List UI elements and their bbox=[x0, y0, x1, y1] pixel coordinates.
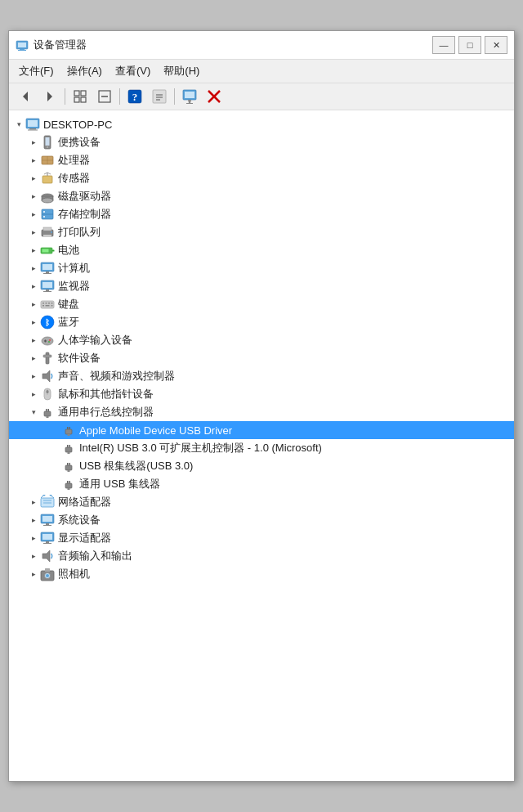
chevron-icon: ▾ bbox=[12, 120, 25, 128]
tree-item-system[interactable]: ▸系统设备 bbox=[9, 511, 514, 529]
menu-help[interactable]: 帮助(H) bbox=[157, 61, 206, 81]
tree-item-label: 传感器 bbox=[58, 171, 90, 186]
tree-item-label: 显示适配器 bbox=[58, 531, 111, 545]
device-icon bbox=[40, 153, 55, 168]
tree-item-display[interactable]: ▸显示适配器 bbox=[9, 529, 514, 547]
chevron-icon: ▸ bbox=[27, 210, 40, 218]
tree-item-root[interactable]: ▾DESKTOP-PC bbox=[9, 115, 514, 133]
svg-rect-44 bbox=[43, 227, 51, 231]
tree-item-label: 照相机 bbox=[58, 567, 90, 581]
info-button[interactable] bbox=[148, 86, 171, 107]
title-bar-left: 设备管理器 bbox=[16, 38, 87, 52]
svg-point-68 bbox=[42, 337, 53, 345]
svg-rect-91 bbox=[65, 465, 72, 470]
svg-point-41 bbox=[43, 211, 45, 213]
chevron-icon: ▾ bbox=[27, 408, 40, 416]
svg-point-118 bbox=[46, 574, 49, 577]
tree-item-storage[interactable]: ▸存储控制器 bbox=[9, 205, 514, 223]
svg-rect-6 bbox=[74, 91, 79, 96]
tree-item-hid[interactable]: ▸人体学输入设备 bbox=[9, 331, 514, 349]
tree-item-monitor[interactable]: ▸监视器 bbox=[9, 277, 514, 295]
menu-view[interactable]: 查看(V) bbox=[109, 61, 157, 81]
tree-item-bluetooth[interactable]: ▸ᛒ蓝牙 bbox=[9, 313, 514, 331]
tree-pane: ▾DESKTOP-PC▸便携设备▸处理器▸传感器▸磁盘驱动器▸存储控制器▸打印队… bbox=[9, 110, 514, 781]
menu-bar: 文件(F) 操作(A) 查看(V) 帮助(H) bbox=[9, 60, 514, 83]
svg-rect-8 bbox=[74, 97, 79, 102]
chevron-icon: ▸ bbox=[27, 174, 40, 182]
forward-button[interactable] bbox=[38, 86, 61, 107]
tree-item-camera[interactable]: ▸照相机 bbox=[9, 565, 514, 583]
tree-item-disk[interactable]: ▸磁盘驱动器 bbox=[9, 187, 514, 205]
svg-point-72 bbox=[48, 341, 50, 343]
uninstall-button[interactable] bbox=[203, 86, 226, 107]
tree-item-software[interactable]: ▸软件设备 bbox=[9, 349, 514, 367]
svg-rect-59 bbox=[42, 303, 44, 304]
back-button[interactable] bbox=[14, 86, 37, 107]
tree-item-audio[interactable]: ▸声音、视频和游戏控制器 bbox=[9, 367, 514, 385]
chevron-icon: ▸ bbox=[27, 498, 40, 506]
chevron-icon: ▸ bbox=[27, 156, 40, 164]
collapse-button[interactable] bbox=[93, 86, 116, 107]
device-icon bbox=[40, 135, 55, 150]
tree-item-sensor[interactable]: ▸传感器 bbox=[9, 169, 514, 187]
svg-rect-9 bbox=[81, 97, 86, 102]
menu-file[interactable]: 文件(F) bbox=[12, 61, 60, 81]
svg-rect-7 bbox=[81, 91, 86, 96]
svg-rect-80 bbox=[46, 409, 47, 411]
device-icon bbox=[40, 189, 55, 204]
svg-rect-51 bbox=[42, 264, 52, 270]
device-icon bbox=[40, 495, 55, 509]
svg-rect-95 bbox=[65, 483, 72, 488]
device-icon bbox=[40, 207, 55, 222]
overview-button[interactable] bbox=[69, 86, 92, 107]
tree-item-intel-usb[interactable]: Intel(R) USB 3.0 可扩展主机控制器 - 1.0 (Microso… bbox=[9, 439, 514, 457]
tree-item-label: 网络适配器 bbox=[58, 495, 111, 509]
window-title: 设备管理器 bbox=[34, 38, 87, 52]
close-button[interactable]: ✕ bbox=[485, 36, 507, 54]
device-icon bbox=[40, 369, 55, 384]
svg-rect-19 bbox=[185, 92, 194, 98]
tree-item-computer[interactable]: ▸计算机 bbox=[9, 259, 514, 277]
help-button[interactable]: ? bbox=[123, 86, 146, 107]
menu-action[interactable]: 操作(A) bbox=[60, 61, 109, 81]
chevron-icon: ▸ bbox=[27, 246, 40, 254]
tree-item-usb[interactable]: ▾通用串行总线控制器 bbox=[9, 403, 514, 421]
device-manager-window: 设备管理器 — □ ✕ 文件(F) 操作(A) 查看(V) 帮助(H) bbox=[8, 30, 515, 782]
tree-item-processor[interactable]: ▸处理器 bbox=[9, 151, 514, 169]
device-icon bbox=[61, 477, 76, 491]
device-icon bbox=[40, 225, 55, 240]
tree-item-print[interactable]: ▸打印队列 bbox=[9, 223, 514, 241]
tree-item-label: 通用 USB 集线器 bbox=[79, 477, 160, 491]
tree-item-usb-root[interactable]: USB 根集线器(USB 3.0) bbox=[9, 457, 514, 475]
device-button[interactable] bbox=[178, 86, 201, 107]
maximize-button[interactable]: □ bbox=[458, 36, 481, 54]
device-icon bbox=[40, 405, 55, 419]
chevron-icon: ▸ bbox=[27, 192, 40, 200]
tree-item-keyboard[interactable]: ▸键盘 bbox=[9, 295, 514, 313]
tree-item-label: DESKTOP-PC bbox=[43, 119, 112, 131]
chevron-icon: ▸ bbox=[27, 390, 40, 398]
chevron-icon: ▸ bbox=[27, 228, 40, 236]
tree-item-portable[interactable]: ▸便携设备 bbox=[9, 133, 514, 151]
svg-rect-56 bbox=[46, 289, 49, 291]
tree-item-label: 计算机 bbox=[58, 261, 90, 276]
svg-rect-78 bbox=[47, 390, 49, 393]
chevron-icon: ▸ bbox=[27, 282, 40, 290]
tree-item-battery[interactable]: ▸电池 bbox=[9, 241, 514, 259]
svg-rect-74 bbox=[43, 355, 51, 357]
svg-rect-82 bbox=[47, 416, 49, 418]
tree-item-apple-usb[interactable]: Apple Mobile Device USB Driver bbox=[9, 421, 514, 439]
svg-marker-5 bbox=[47, 92, 52, 101]
tree-item-mouse[interactable]: ▸鼠标和其他指针设备 bbox=[9, 385, 514, 403]
toolbar-separator-1 bbox=[65, 88, 65, 105]
chevron-icon: ▸ bbox=[27, 372, 40, 380]
tree-item-label: 声音、视频和游戏控制器 bbox=[58, 369, 175, 384]
tree-item-usb-hub[interactable]: 通用 USB 集线器 bbox=[9, 475, 514, 493]
tree-item-label: 音频输入和输出 bbox=[58, 549, 132, 563]
device-icon bbox=[40, 513, 55, 527]
svg-point-71 bbox=[49, 339, 51, 341]
tree-item-audio-io[interactable]: ▸音频输入和输出 bbox=[9, 547, 514, 565]
minimize-button[interactable]: — bbox=[432, 36, 455, 54]
tree-item-network[interactable]: ▸网络适配器 bbox=[9, 493, 514, 511]
tree-item-label: Apple Mobile Device USB Driver bbox=[79, 424, 232, 437]
